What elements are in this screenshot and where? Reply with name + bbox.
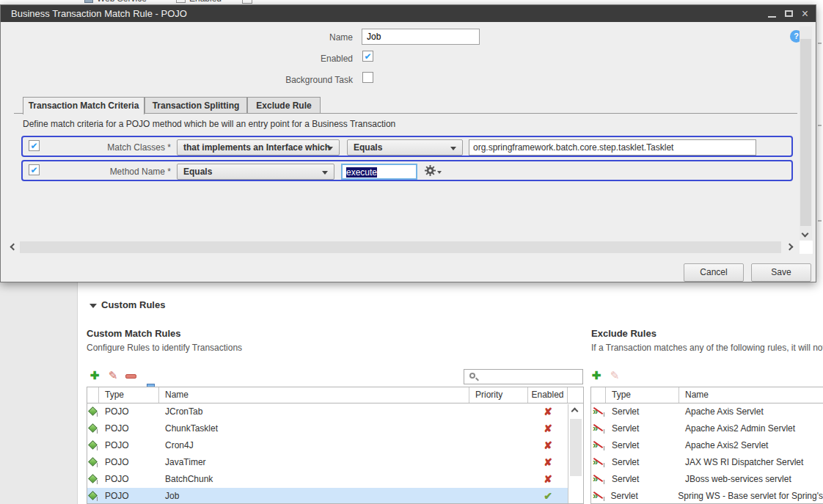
table-scrollbar[interactable] (568, 404, 583, 504)
background-row-label: Web Service (97, 0, 147, 4)
scroll-up-icon[interactable] (571, 408, 579, 415)
horizontal-scrollbar[interactable] (20, 241, 781, 253)
background-priority-box (242, 0, 252, 4)
column-header-type[interactable]: Type (606, 387, 679, 403)
background-task-checkbox[interactable] (362, 72, 373, 83)
servlet-icon: » (593, 490, 604, 501)
method-name-checkbox[interactable]: ✔ (29, 164, 40, 175)
servlet-icon: » (593, 456, 604, 467)
save-button[interactable]: Save (751, 263, 811, 282)
match-criteria-description: Define match criteria for a POJO method … (23, 119, 395, 129)
method-name-field[interactable]: execute (341, 164, 417, 180)
method-name-row: ✔ Method Name * Equals execute (21, 160, 793, 181)
name-label: Name (221, 32, 353, 43)
pencil-icon: ✎ (610, 369, 620, 381)
search-input[interactable] (479, 370, 580, 383)
column-header-name[interactable]: Name (159, 387, 469, 403)
pojo-icon (88, 440, 98, 450)
dialog-titlebar[interactable]: Business Transaction Match Rule - POJO × (1, 5, 816, 22)
scroll-right-icon[interactable] (786, 244, 794, 251)
background-task-label: Background Task (221, 75, 353, 85)
collapse-triangle-icon (89, 304, 97, 308)
enabled-status-icon: ✘ (528, 403, 568, 420)
table-row[interactable]: POJO BatchChunk ✘ (87, 471, 583, 488)
pojo-icon (88, 474, 98, 483)
table-row[interactable]: POJO Cron4J ✘ (87, 437, 583, 454)
exclude-rules-table: Type Name » Servlet Apache Axis Servlet … (590, 387, 823, 504)
table-row[interactable]: » Servlet JAX WS RI Dispatcher Servlet (591, 454, 823, 471)
custom-match-rules-subtitle: Configure Rules to identify Transactions (87, 343, 497, 353)
web-service-icon (84, 0, 93, 3)
edit-exclude-rule-button[interactable]: ✎ (608, 369, 621, 382)
clipped-text-fragment (818, 43, 822, 44)
custom-match-rules-table: Type Name Priority Enabled POJO JCronTab… (87, 387, 584, 504)
chevron-down-icon (437, 171, 442, 174)
class-name-field[interactable]: org.springframework.batch.core.step.task… (469, 139, 756, 156)
clipped-text-fragment (818, 125, 822, 126)
servlet-icon: » (593, 473, 604, 484)
scrollbar-thumb[interactable] (800, 39, 811, 226)
enabled-checkbox[interactable]: ✔ (362, 51, 373, 62)
chevron-down-icon (322, 171, 328, 175)
enabled-label: Enabled (221, 54, 353, 64)
column-header-name[interactable]: Name (679, 387, 823, 403)
method-options-button[interactable] (425, 165, 442, 176)
table-row[interactable]: POJO ChunkTasklet ✘ (87, 420, 583, 437)
close-icon[interactable]: × (802, 8, 808, 20)
background-enabled-label: Enabled (189, 0, 222, 4)
table-header: Type Name Priority Enabled (87, 387, 583, 403)
servlet-icon: » (593, 423, 604, 434)
column-header-priority[interactable]: Priority (469, 387, 528, 403)
custom-match-rules-title: Custom Match Rules (87, 328, 181, 339)
match-classes-row: ✔ Match Classes * that implements an Int… (21, 136, 793, 157)
search-icon (469, 373, 475, 379)
vertical-scrollbar[interactable] (800, 26, 812, 240)
plus-icon: ✚ (592, 369, 601, 381)
table-row-selected[interactable]: POJO Job ✔ (87, 488, 583, 504)
add-exclude-rule-button[interactable]: ✚ (590, 369, 603, 382)
scrollbar-thumb[interactable] (570, 419, 582, 476)
custom-rules-section-header[interactable]: Custom Rules (89, 299, 165, 310)
rules-search-box[interactable] (464, 369, 583, 384)
table-row[interactable]: » Servlet Apache Axis2 Admin Servlet (591, 420, 823, 437)
scroll-left-icon[interactable] (10, 244, 18, 251)
table-row[interactable]: POJO JavaTimer ✘ (87, 454, 583, 471)
pojo-icon (88, 491, 98, 500)
class-match-condition-dropdown[interactable]: Equals (347, 139, 463, 156)
table-row[interactable]: » Servlet Apache Axis Servlet (591, 403, 823, 420)
tab-exclude-rule[interactable]: Exclude Rule (247, 97, 321, 114)
match-classes-label: Match Classes * (45, 142, 171, 153)
pojo-icon (88, 423, 98, 433)
edit-rule-button[interactable]: ✎ (106, 369, 120, 382)
enabled-status-icon: ✘ (528, 437, 568, 454)
exclude-rules-title: Exclude Rules (591, 328, 656, 339)
cancel-button[interactable]: Cancel (684, 263, 744, 282)
clipped-text-fragment (818, 220, 822, 222)
dialog-title: Business Transaction Match Rule - POJO (11, 8, 187, 19)
servlet-icon: » (593, 439, 604, 450)
add-rule-button[interactable]: ✚ (88, 369, 101, 382)
page-left-gutter (0, 282, 78, 504)
tab-transaction-match-criteria[interactable]: Transaction Match Criteria (23, 97, 145, 114)
enabled-status-icon: ✔ (528, 488, 568, 504)
table-row[interactable]: » Servlet Spring WS - Base servlet for S… (591, 488, 823, 504)
exclude-rules-subtitle: If a Transaction matches any of the foll… (591, 343, 823, 353)
pojo-icon (88, 406, 98, 416)
enabled-status-icon: ✘ (528, 420, 568, 437)
table-header: Type Name (591, 387, 823, 403)
delete-rule-button[interactable] (124, 369, 137, 382)
column-header-type[interactable]: Type (99, 387, 159, 403)
table-row[interactable]: POJO JCronTab ✘ (87, 403, 583, 420)
name-field[interactable] (362, 29, 480, 45)
column-header-enabled[interactable]: Enabled (528, 387, 568, 403)
minimize-icon[interactable] (768, 16, 776, 18)
table-row[interactable]: » Servlet Apache Axis2 Servlet (591, 437, 823, 454)
tab-transaction-splitting[interactable]: Transaction Splitting (145, 97, 247, 114)
chevron-down-icon (450, 147, 456, 150)
method-match-condition-dropdown[interactable]: Equals (177, 164, 334, 180)
plus-icon: ✚ (90, 369, 100, 381)
maximize-icon[interactable] (785, 10, 793, 17)
table-row[interactable]: » Servlet JBoss web-services servlet (591, 471, 823, 488)
class-match-type-dropdown[interactable]: that implements an Interface which (177, 139, 340, 156)
match-classes-checkbox[interactable]: ✔ (29, 140, 40, 151)
